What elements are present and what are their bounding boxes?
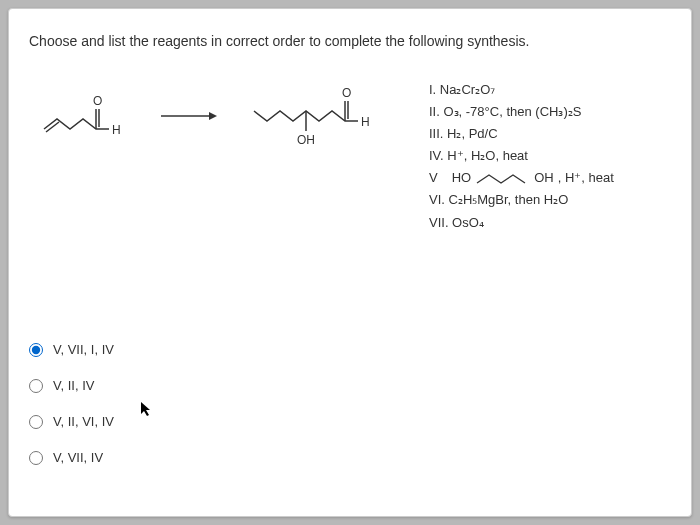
radio-3[interactable] [29, 415, 43, 429]
reagent-I: I. Na₂Cr₂O₇ [429, 79, 614, 101]
content-row: O H O H OH [29, 79, 671, 234]
radio-1[interactable] [29, 343, 43, 357]
option-label-1: V, VII, I, IV [53, 342, 114, 357]
reagent-VII: VII. OsO₄ [429, 212, 614, 234]
svg-text:H: H [112, 123, 121, 137]
reagent-IV: IV. H⁺, H₂O, heat [429, 145, 614, 167]
reagent-V-ho: HO [452, 167, 472, 189]
reagent-VI: VI. C₂H₅MgBr, then H₂O [429, 189, 614, 211]
reagent-V-oh: OH [534, 167, 554, 189]
option-2[interactable]: V, II, IV [29, 368, 114, 404]
starting-molecule: O H [39, 87, 129, 151]
svg-text:H: H [361, 115, 370, 129]
question-card: Choose and list the reagents in correct … [8, 8, 692, 517]
radio-2[interactable] [29, 379, 43, 393]
reaction-arrow [159, 106, 219, 132]
question-text: Choose and list the reagents in correct … [29, 33, 671, 49]
reagent-V-prefix: V [429, 167, 438, 189]
options-list: V, VII, I, IV V, II, IV V, II, VI, IV V,… [29, 332, 114, 476]
option-4[interactable]: V, VII, IV [29, 440, 114, 476]
svg-text:OH: OH [297, 133, 315, 147]
diol-svg [475, 169, 530, 187]
reagent-III: III. H₂, Pd/C [429, 123, 614, 145]
option-label-3: V, II, VI, IV [53, 414, 114, 429]
option-1[interactable]: V, VII, I, IV [29, 332, 114, 368]
arrow-svg [159, 106, 219, 126]
reagent-V: V HO OH , H⁺, heat [429, 167, 614, 189]
reagent-V-suffix: , H⁺, heat [558, 167, 614, 189]
reagent-list: I. Na₂Cr₂O₇ II. O₃, -78°C, then (CH₃)₂S … [429, 79, 614, 234]
product-molecule: O H OH [249, 79, 389, 158]
radio-4[interactable] [29, 451, 43, 465]
cursor-icon [139, 400, 153, 421]
reagent-II: II. O₃, -78°C, then (CH₃)₂S [429, 101, 614, 123]
option-label-2: V, II, IV [53, 378, 94, 393]
molecule-area: O H O H OH [39, 79, 389, 158]
molecule-svg-start: O H [39, 87, 129, 147]
molecule-svg-product: O H OH [249, 79, 389, 154]
option-label-4: V, VII, IV [53, 450, 103, 465]
svg-text:O: O [93, 94, 102, 108]
svg-text:O: O [342, 86, 351, 100]
option-3[interactable]: V, II, VI, IV [29, 404, 114, 440]
svg-marker-5 [209, 112, 217, 120]
